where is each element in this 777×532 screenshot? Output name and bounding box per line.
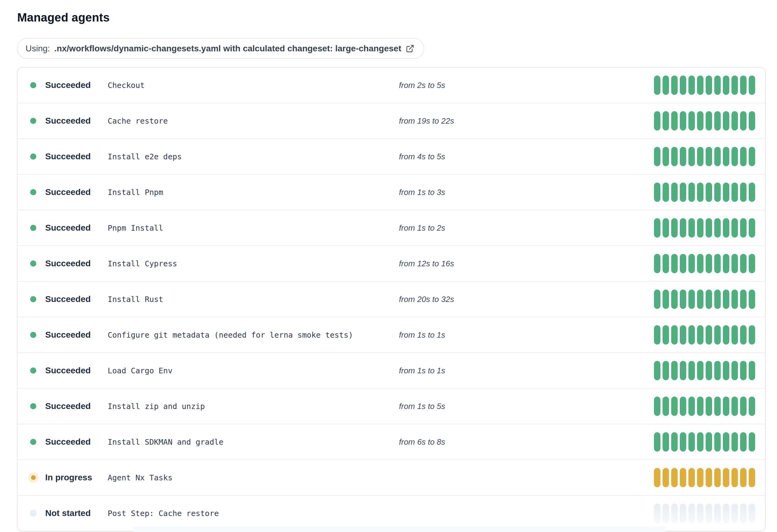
progress-segment (714, 397, 721, 416)
progress-segment (671, 254, 678, 273)
agent-step-row[interactable]: Not started Post Step: Cache restore (17, 495, 765, 531)
progress-segment (723, 325, 729, 345)
progress-segment (723, 147, 729, 166)
progress-segments (654, 432, 755, 452)
agent-step-row[interactable]: Succeeded Checkout from 2s to 5s (17, 68, 765, 103)
progress-segment (732, 218, 738, 238)
progress-segment (740, 361, 747, 380)
progress-segment (714, 325, 721, 345)
status-dot (30, 82, 36, 88)
progress-segments (654, 254, 755, 273)
progress-segment (663, 111, 669, 131)
progress-segment (714, 290, 721, 309)
progress-segment (680, 183, 686, 202)
step-duration: from 2s to 5s (399, 81, 445, 90)
agent-step-row[interactable]: Succeeded Install Rust from 20s to 32s (17, 281, 765, 317)
progress-segment (740, 147, 747, 166)
progress-segments (654, 325, 755, 345)
progress-segment (706, 397, 712, 416)
progress-segment (732, 468, 738, 488)
progress-segment (654, 290, 660, 309)
progress-segment (723, 504, 729, 523)
progress-segment (671, 111, 678, 131)
progress-segment (680, 432, 686, 452)
step-duration: from 1s to 5s (399, 402, 445, 411)
agent-step-row[interactable]: Succeeded Configure git metadata (needed… (17, 317, 765, 353)
progress-segment (688, 361, 695, 380)
step-duration: from 1s to 1s (399, 330, 445, 340)
progress-segment (706, 76, 712, 95)
agent-step-row[interactable]: Succeeded Pnpm Install from 1s to 2s (17, 210, 765, 245)
agent-step-row[interactable]: Succeeded Install SDKMAN and gradle from… (17, 424, 765, 459)
progress-segment (723, 183, 729, 202)
agent-step-row[interactable]: Succeeded Install zip and unzip from 1s … (17, 388, 765, 424)
step-name: Post Step: Cache restore (108, 509, 219, 518)
progress-segments (654, 111, 755, 131)
agent-step-row[interactable]: In progress Agent Nx Tasks (17, 459, 765, 495)
progress-segment (732, 254, 738, 273)
next-section-peek (133, 526, 666, 532)
page-title: Managed agents (17, 11, 110, 24)
progress-segment (697, 325, 703, 345)
progress-segment (654, 432, 660, 452)
step-name: Agent Nx Tasks (108, 473, 173, 482)
status-label: Not started (45, 508, 91, 518)
progress-segment (749, 432, 755, 452)
progress-segment (706, 147, 712, 166)
status-dot (30, 368, 36, 374)
workflow-banner[interactable]: Using: .nx/workflows/dynamic-changesets.… (17, 38, 424, 59)
progress-segment (749, 254, 755, 273)
progress-segment (732, 111, 738, 131)
progress-segment (749, 147, 755, 166)
progress-segment (654, 361, 660, 380)
step-name: Install Cypress (108, 259, 177, 268)
progress-segment (697, 432, 703, 452)
agent-step-row[interactable]: Succeeded Install Cypress from 12s to 16… (17, 245, 765, 281)
agent-step-row[interactable]: Succeeded Install Pnpm from 1s to 3s (17, 174, 765, 210)
progress-segment (732, 397, 738, 416)
progress-segment (671, 325, 678, 345)
progress-segments (654, 76, 755, 95)
status-label: Succeeded (45, 223, 91, 233)
step-name: Configure git metadata (needed for lerna… (108, 330, 353, 340)
step-duration: from 6s to 8s (399, 437, 445, 447)
step-name: Pnpm Install (108, 224, 163, 233)
progress-segment (688, 254, 695, 273)
progress-segment (671, 183, 678, 202)
status-dot (30, 225, 36, 231)
progress-segments (654, 361, 755, 380)
progress-segment (688, 504, 695, 523)
status-dot (30, 296, 36, 302)
status-label: Succeeded (45, 152, 91, 161)
step-duration: from 19s to 22s (399, 116, 454, 126)
progress-segment (740, 290, 747, 309)
progress-segment (697, 361, 703, 380)
progress-segment (697, 76, 703, 95)
progress-segment (663, 432, 669, 452)
progress-segment (654, 218, 660, 238)
progress-segment (740, 504, 747, 523)
progress-segment (680, 397, 686, 416)
agent-step-row[interactable]: Succeeded Cache restore from 19s to 22s (17, 103, 765, 138)
step-duration: from 1s to 1s (399, 366, 445, 376)
progress-segment (654, 183, 660, 202)
progress-segment (714, 147, 721, 166)
agent-step-row[interactable]: Succeeded Install e2e deps from 4s to 5s (17, 138, 765, 174)
status-label: Succeeded (45, 80, 91, 90)
progress-segment (749, 183, 755, 202)
progress-segment (654, 397, 660, 416)
progress-segment (663, 325, 669, 345)
status-label: Succeeded (45, 187, 91, 197)
progress-segment (732, 504, 738, 523)
progress-segment (732, 432, 738, 452)
external-link-icon[interactable] (406, 44, 414, 53)
progress-segment (663, 361, 669, 380)
progress-segment (723, 76, 729, 95)
agent-step-row[interactable]: Succeeded Load Cargo Env from 1s to 1s (17, 353, 765, 388)
progress-segments (654, 397, 755, 416)
progress-segments (654, 504, 755, 523)
progress-segment (723, 254, 729, 273)
progress-segment (688, 111, 695, 131)
status-label: Succeeded (45, 437, 91, 447)
progress-segment (671, 361, 678, 380)
